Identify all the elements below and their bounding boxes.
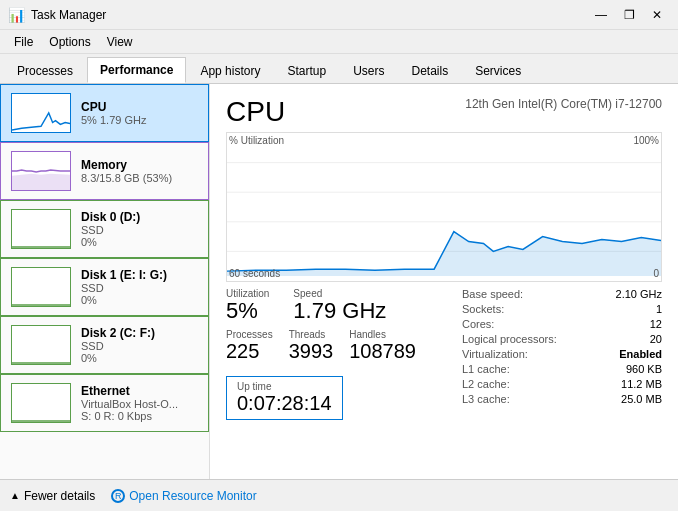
- cpu-name: CPU: [81, 100, 198, 114]
- menu-file[interactable]: File: [6, 33, 41, 51]
- bottom-bar: ▲ Fewer details R Open Resource Monitor: [0, 479, 678, 511]
- menu-options[interactable]: Options: [41, 33, 98, 51]
- util-speed-row: Utilization 5% Speed 1.79 GHz: [226, 288, 454, 323]
- logical-processors-row: Logical processors: 20: [462, 333, 662, 345]
- handles-label: Handles: [349, 329, 416, 340]
- ethernet-thumbnail: [11, 383, 71, 423]
- detail-subtitle: 12th Gen Intel(R) Core(TM) i7-12700: [465, 96, 662, 113]
- detail-panel: CPU 12th Gen Intel(R) Core(TM) i7-12700 …: [210, 84, 678, 479]
- ethernet-name: Ethernet: [81, 384, 198, 398]
- l3-cache-value: 25.0 MB: [621, 393, 662, 405]
- tab-startup[interactable]: Startup: [274, 57, 339, 83]
- chevron-up-icon: ▲: [10, 490, 20, 501]
- threads-label: Threads: [289, 329, 334, 340]
- stats-section: Utilization 5% Speed 1.79 GHz Processes …: [226, 288, 662, 420]
- minimize-button[interactable]: —: [588, 5, 614, 25]
- cores-row: Cores: 12: [462, 318, 662, 330]
- processes-value: 225: [226, 340, 273, 362]
- ethernet-speed: S: 0 R: 0 Kbps: [81, 410, 198, 422]
- cpu-info: CPU 5% 1.79 GHz: [81, 100, 198, 126]
- logical-processors-label: Logical processors:: [462, 333, 557, 345]
- left-stats: Utilization 5% Speed 1.79 GHz Processes …: [226, 288, 454, 420]
- virtualization-label: Virtualization:: [462, 348, 528, 360]
- resource-monitor-icon: R: [111, 489, 125, 503]
- sidebar-item-ethernet[interactable]: Ethernet VirtualBox Host-O... S: 0 R: 0 …: [0, 374, 209, 432]
- open-resource-monitor-link[interactable]: R Open Resource Monitor: [111, 489, 256, 503]
- threads-value: 3993: [289, 340, 334, 362]
- base-speed-value: 2.10 GHz: [616, 288, 662, 300]
- restore-button[interactable]: ❐: [616, 5, 642, 25]
- disk0-info: Disk 0 (D:) SSD 0%: [81, 210, 198, 248]
- sockets-label: Sockets:: [462, 303, 504, 315]
- sidebar-item-cpu[interactable]: CPU 5% 1.79 GHz: [0, 84, 209, 142]
- tab-processes[interactable]: Processes: [4, 57, 86, 83]
- title-bar-controls: — ❐ ✕: [588, 5, 670, 25]
- handles-stat: Handles 108789: [349, 329, 416, 362]
- disk1-name: Disk 1 (E: I: G:): [81, 268, 198, 282]
- sidebar-item-disk2[interactable]: Disk 2 (C: F:) SSD 0%: [0, 316, 209, 374]
- disk1-info: Disk 1 (E: I: G:) SSD 0%: [81, 268, 198, 306]
- tab-performance[interactable]: Performance: [87, 57, 186, 83]
- resource-monitor-label: Open Resource Monitor: [129, 489, 256, 503]
- utilization-stat: Utilization 5%: [226, 288, 269, 323]
- base-speed-row: Base speed: 2.10 GHz: [462, 288, 662, 300]
- memory-usage: 8.3/15.8 GB (53%): [81, 172, 198, 184]
- close-button[interactable]: ✕: [644, 5, 670, 25]
- tab-users[interactable]: Users: [340, 57, 397, 83]
- disk0-name: Disk 0 (D:): [81, 210, 198, 224]
- memory-name: Memory: [81, 158, 198, 172]
- virtualization-value: Enabled: [619, 348, 662, 360]
- uptime-box: Up time 0:07:28:14: [226, 376, 343, 420]
- sidebar-item-memory[interactable]: Memory 8.3/15.8 GB (53%): [0, 142, 209, 200]
- disk0-type: SSD: [81, 224, 198, 236]
- chart-time-label: 60 seconds: [229, 268, 280, 279]
- processes-label: Processes: [226, 329, 273, 340]
- l2-cache-value: 11.2 MB: [621, 378, 662, 390]
- tab-details[interactable]: Details: [398, 57, 461, 83]
- l3-cache-row: L3 cache: 25.0 MB: [462, 393, 662, 405]
- disk1-type: SSD: [81, 282, 198, 294]
- speed-value: 1.79 GHz: [293, 299, 386, 323]
- cores-value: 12: [650, 318, 662, 330]
- cpu-chart: % Utilization 100% 60 seconds 0: [226, 132, 662, 282]
- sidebar-item-disk0[interactable]: Disk 0 (D:) SSD 0%: [0, 200, 209, 258]
- chart-y-label: % Utilization: [229, 135, 284, 146]
- l3-cache-label: L3 cache:: [462, 393, 510, 405]
- chart-y-max: 100%: [633, 135, 659, 146]
- threads-stat: Threads 3993: [289, 329, 334, 362]
- title-bar: 📊 Task Manager — ❐ ✕: [0, 0, 678, 30]
- tab-bar: Processes Performance App history Startu…: [0, 54, 678, 84]
- right-stats: Base speed: 2.10 GHz Sockets: 1 Cores: 1…: [462, 288, 662, 420]
- cpu-thumbnail: [11, 93, 71, 133]
- speed-stat: Speed 1.79 GHz: [293, 288, 386, 323]
- detail-header: CPU 12th Gen Intel(R) Core(TM) i7-12700: [226, 96, 662, 128]
- disk0-thumbnail: [11, 209, 71, 249]
- menu-view[interactable]: View: [99, 33, 141, 51]
- app-title: Task Manager: [31, 8, 106, 22]
- detail-title: CPU: [226, 96, 285, 128]
- ethernet-info: Ethernet VirtualBox Host-O... S: 0 R: 0 …: [81, 384, 198, 422]
- sockets-row: Sockets: 1: [462, 303, 662, 315]
- disk2-type: SSD: [81, 340, 198, 352]
- cpu-usage: 5% 1.79 GHz: [81, 114, 198, 126]
- memory-info: Memory 8.3/15.8 GB (53%): [81, 158, 198, 184]
- sockets-value: 1: [656, 303, 662, 315]
- sidebar-item-disk1[interactable]: Disk 1 (E: I: G:) SSD 0%: [0, 258, 209, 316]
- cores-label: Cores:: [462, 318, 494, 330]
- l1-cache-label: L1 cache:: [462, 363, 510, 375]
- uptime-label: Up time: [237, 381, 332, 392]
- l2-cache-label: L2 cache:: [462, 378, 510, 390]
- disk2-usage: 0%: [81, 352, 198, 364]
- tab-app-history[interactable]: App history: [187, 57, 273, 83]
- disk1-thumbnail: [11, 267, 71, 307]
- menu-bar: File Options View: [0, 30, 678, 54]
- fewer-details-button[interactable]: ▲ Fewer details: [10, 489, 95, 503]
- proc-threads-row: Processes 225 Threads 3993 Handles 10878…: [226, 329, 454, 362]
- fewer-details-label: Fewer details: [24, 489, 95, 503]
- main-content: CPU 5% 1.79 GHz Memory 8.3/15.8 GB (53%): [0, 84, 678, 479]
- l1-cache-row: L1 cache: 960 KB: [462, 363, 662, 375]
- handles-value: 108789: [349, 340, 416, 362]
- logical-processors-value: 20: [650, 333, 662, 345]
- utilization-value: 5%: [226, 299, 269, 323]
- tab-services[interactable]: Services: [462, 57, 534, 83]
